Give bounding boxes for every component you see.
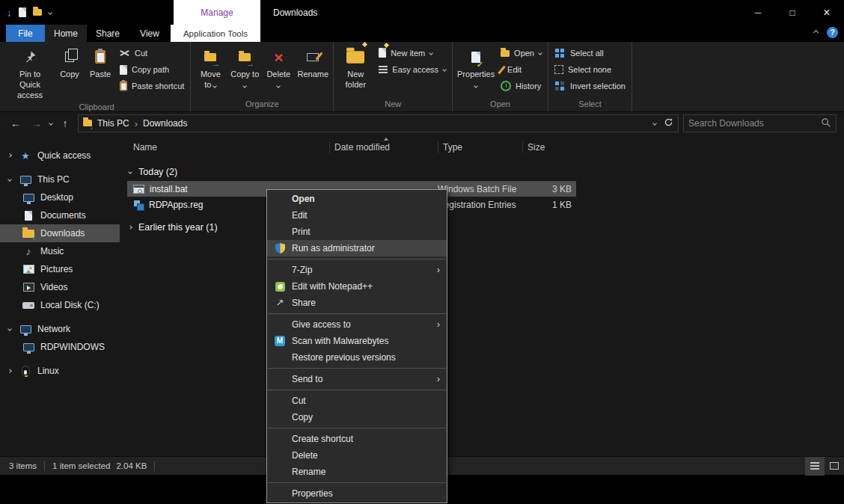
menu-item-scan-with-malwarebytes[interactable]: M Scan with Malwarebytes xyxy=(267,333,447,349)
sidebar-item-rdpwindows[interactable]: RDPWINDOWS xyxy=(0,338,120,356)
search-box[interactable] xyxy=(683,114,837,132)
tab-view[interactable]: View xyxy=(129,25,171,42)
paste-shortcut-button[interactable]: Paste shortcut xyxy=(116,78,188,94)
rename-button[interactable]: Rename xyxy=(295,43,331,94)
menu-item-rename[interactable]: Rename xyxy=(267,464,447,480)
sidebar-item-linux[interactable]: Linux xyxy=(0,362,120,380)
select-none-button[interactable]: Select none xyxy=(551,61,629,78)
column-header-size[interactable]: Size xyxy=(522,141,576,153)
menu-item-create-shortcut[interactable]: Create shortcut xyxy=(267,431,447,447)
menu-item-give-access-to[interactable]: Give access to › xyxy=(267,316,447,333)
menu-item-cut[interactable]: Cut xyxy=(267,393,447,409)
tab-home[interactable]: Home xyxy=(45,25,87,42)
copy-button[interactable]: Copy xyxy=(55,43,85,94)
close-button[interactable]: × xyxy=(810,0,844,25)
sidebar-item-quick-access[interactable]: ★ Quick access xyxy=(0,147,120,165)
sidebar-item-this-pc[interactable]: This PC xyxy=(0,170,120,188)
menu-item-delete[interactable]: Delete xyxy=(267,447,447,464)
help-icon[interactable]: ? xyxy=(827,27,838,38)
invert-selection-icon xyxy=(555,82,559,85)
move-to-button[interactable]: → Move to xyxy=(193,43,227,94)
menu-item-run-as-administrator[interactable]: Run as administrator xyxy=(267,240,447,256)
column-header-type[interactable]: Type xyxy=(438,141,522,153)
batch-file-icon xyxy=(133,185,144,194)
tab-application-tools[interactable]: Application Tools xyxy=(171,25,260,42)
delete-button[interactable]: × Delete xyxy=(262,43,295,94)
menu-item-restore-previous-versions[interactable]: Restore previous versions xyxy=(267,349,447,366)
menu-item-properties[interactable]: Properties xyxy=(267,485,447,502)
this-pc-icon xyxy=(20,176,31,184)
sidebar-item-documents[interactable]: Documents xyxy=(0,206,120,224)
refresh-icon[interactable] xyxy=(664,117,673,129)
tab-file[interactable]: File xyxy=(6,25,45,42)
forward-button[interactable]: → xyxy=(28,117,45,129)
menu-item-print[interactable]: Print xyxy=(267,224,447,240)
network-expand-icon[interactable] xyxy=(7,327,12,331)
up-button[interactable]: ↑ xyxy=(57,117,73,129)
breadcrumb-downloads[interactable]: Downloads xyxy=(143,118,187,129)
properties-button[interactable]: ✓ Properties xyxy=(455,43,497,94)
menu-item-edit-with-notepadpp[interactable]: Edit with Notepad++ xyxy=(267,278,447,295)
tab-share[interactable]: Share xyxy=(87,25,129,42)
qat-properties-button[interactable] xyxy=(19,7,26,17)
ribbon-collapse-icon[interactable] xyxy=(813,30,819,35)
videos-icon xyxy=(23,283,34,292)
select-all-button[interactable]: Select all xyxy=(551,45,629,61)
thumbnails-view-button[interactable] xyxy=(825,457,844,476)
linux-expand-icon[interactable] xyxy=(7,369,12,373)
rename-label: Rename xyxy=(298,70,329,80)
menu-item-edit[interactable]: Edit xyxy=(267,207,447,224)
open-label: Open xyxy=(514,49,534,58)
breadcrumb-this-pc[interactable]: This PC xyxy=(97,118,129,129)
back-button[interactable]: ← xyxy=(7,117,24,129)
history-button[interactable]: History xyxy=(497,78,545,94)
menu-item-send-to[interactable]: Send to › xyxy=(267,371,447,387)
music-icon: ♪ xyxy=(26,245,31,257)
recent-locations-dropdown-icon[interactable] xyxy=(49,121,53,126)
sidebar-item-videos[interactable]: Videos xyxy=(0,278,120,296)
copy-to-button[interactable]: → Copy to xyxy=(227,43,262,94)
this-pc-expand-icon[interactable] xyxy=(7,177,12,182)
sidebar-item-desktop[interactable]: Desktop xyxy=(0,188,120,206)
edit-button[interactable]: Edit xyxy=(497,61,545,78)
minimize-button[interactable]: ─ xyxy=(741,0,775,25)
group-label-select: Select xyxy=(551,99,629,111)
new-item-button[interactable]: New item xyxy=(375,45,450,61)
pin-to-quick-access-button[interactable]: Pin to Quick access xyxy=(5,43,55,102)
menu-item-7zip[interactable]: 7-Zip › xyxy=(267,262,447,278)
sidebar-item-music[interactable]: ♪ Music xyxy=(0,242,120,260)
search-input[interactable] xyxy=(688,118,821,129)
group-header-earlier-this-year[interactable]: Earlier this year (1) xyxy=(120,218,844,236)
group-expand-icon[interactable] xyxy=(128,225,132,230)
group-header-label: Earlier this year (1) xyxy=(138,222,218,233)
contextual-tab-manage[interactable]: Manage xyxy=(174,0,260,25)
open-button[interactable]: Open xyxy=(497,45,545,61)
maximize-button[interactable]: □ xyxy=(775,0,810,25)
sidebar-item-local-disk-c[interactable]: Local Disk (C:) xyxy=(0,296,120,314)
copy-path-button[interactable]: Copy path xyxy=(116,61,188,78)
column-header-date-modified[interactable]: Date modified xyxy=(329,141,438,153)
invert-selection-button[interactable]: Invert selection xyxy=(551,78,629,94)
qat-customize-dropdown-icon[interactable] xyxy=(48,10,52,15)
quick-access-expand-icon[interactable] xyxy=(7,153,12,158)
sidebar-item-network[interactable]: Network xyxy=(0,320,120,338)
menu-item-share[interactable]: ↗ Share xyxy=(267,295,447,311)
group-header-today[interactable]: Today (2) xyxy=(120,163,844,181)
qat-new-folder-button[interactable] xyxy=(33,9,42,16)
cut-button[interactable]: Cut xyxy=(116,45,188,61)
paste-button[interactable]: Paste xyxy=(85,43,116,94)
address-dropdown-icon[interactable] xyxy=(652,121,657,126)
sidebar-item-pictures[interactable]: Pictures xyxy=(0,260,120,278)
sidebar-item-downloads[interactable]: ↓ Downloads xyxy=(0,224,120,242)
group-collapse-icon[interactable] xyxy=(128,170,132,174)
ribbon-group-open: ✓ Properties Open Edit Histo xyxy=(453,42,548,111)
details-view-button[interactable] xyxy=(805,457,825,476)
new-folder-button[interactable]: New folder xyxy=(336,43,375,94)
menu-item-open[interactable]: Open xyxy=(267,191,447,207)
easy-access-button[interactable]: Easy access xyxy=(375,61,450,78)
address-bar[interactable]: ↓ This PC › Downloads xyxy=(78,114,679,132)
invert-selection-label: Invert selection xyxy=(570,82,626,90)
search-icon[interactable] xyxy=(821,117,831,130)
column-header-name[interactable]: Name xyxy=(120,141,329,153)
menu-item-copy[interactable]: Copy xyxy=(267,409,447,425)
